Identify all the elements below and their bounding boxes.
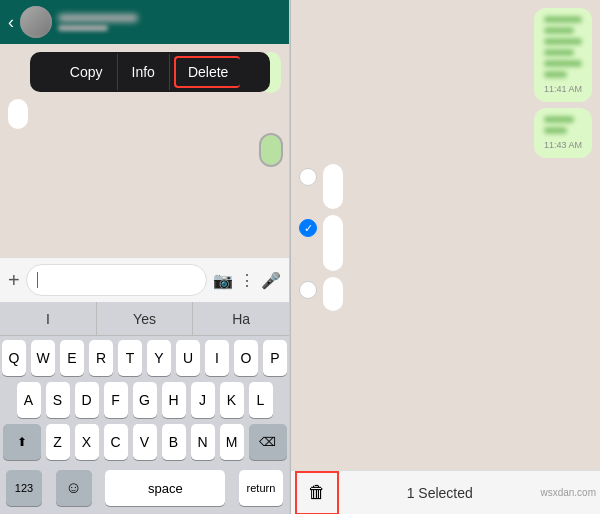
copy-button[interactable]: Copy (56, 54, 118, 90)
key-row-3: ⬆ Z X C V B N M ⌫ (3, 424, 286, 460)
chat-header: ‹ (0, 0, 289, 44)
sent-bubble-2: 11:43 AM (534, 108, 592, 158)
watermark: wsxdan.com (540, 487, 600, 498)
key-f[interactable]: F (104, 382, 128, 418)
key-e[interactable]: E (60, 340, 84, 376)
key-v[interactable]: V (133, 424, 157, 460)
message-checkbox-1[interactable] (299, 168, 317, 186)
received-bubble-2 (323, 215, 343, 271)
sent-message-row-2: 11:43 AM (299, 108, 592, 158)
key-b[interactable]: B (162, 424, 186, 460)
key-n[interactable]: N (191, 424, 215, 460)
suggestion-ha[interactable]: Ha (193, 302, 289, 335)
contact-name (58, 14, 138, 22)
message-input[interactable] (26, 264, 207, 296)
input-area: + 📷 ⋮ 🎤 (0, 257, 289, 302)
left-arrow-icon[interactable]: ◄ (30, 64, 56, 80)
key-s[interactable]: S (46, 382, 70, 418)
key-row-2: A S D F G H J K L (3, 382, 286, 418)
received-bubble-3 (323, 277, 343, 311)
keyboard-rows: Q W E R T Y U I O P A S D F G (0, 336, 289, 514)
sent-bubble: 11:41 AM (534, 8, 592, 102)
left-panel: ‹ ◄ Copy Info Delete ► (0, 0, 290, 514)
message-time-2: 11:43 AM (544, 140, 582, 150)
key-h[interactable]: H (162, 382, 186, 418)
selected-message-bubble (261, 135, 281, 165)
delete-key[interactable]: ⌫ (249, 424, 287, 460)
key-c[interactable]: C (104, 424, 128, 460)
trash-button[interactable]: 🗑 (295, 471, 339, 515)
action-bar: 🗑 1 Selected wsxdan.com (291, 470, 600, 514)
space-key[interactable]: space (105, 470, 225, 506)
main-content: ‹ ◄ Copy Info Delete ► (0, 0, 600, 514)
avatar (20, 6, 52, 38)
info-button[interactable]: Info (118, 54, 170, 90)
key-i[interactable]: I (205, 340, 229, 376)
right-messages: 11:41 AM 11:43 AM (291, 0, 600, 470)
sent-message-row: 11:41 AM (299, 8, 592, 102)
received-message-row-2: ✓ (299, 215, 592, 271)
key-x[interactable]: X (75, 424, 99, 460)
context-menu: ◄ Copy Info Delete ► (30, 52, 270, 92)
received-message-row-3 (299, 277, 592, 311)
key-y[interactable]: Y (147, 340, 171, 376)
back-icon[interactable]: ‹ (8, 12, 14, 33)
input-icons: 📷 ⋮ 🎤 (213, 271, 281, 290)
keyboard-bottom-row: 123 ☺ space return (3, 466, 286, 510)
key-row-1: Q W E R T Y U I O P (3, 340, 286, 376)
checkmark-icon: ✓ (304, 222, 313, 235)
key-g[interactable]: G (133, 382, 157, 418)
key-o[interactable]: O (234, 340, 258, 376)
message-checkbox-2[interactable]: ✓ (299, 219, 317, 237)
keyboard: I Yes Ha Q W E R T Y U I O P (0, 302, 289, 514)
right-panel: 11:41 AM 11:43 AM (291, 0, 600, 514)
dots-icon[interactable]: ⋮ (239, 271, 255, 290)
key-q[interactable]: Q (2, 340, 26, 376)
contact-status (58, 25, 108, 31)
key-r[interactable]: R (89, 340, 113, 376)
shift-key[interactable]: ⬆ (3, 424, 41, 460)
key-a[interactable]: A (17, 382, 41, 418)
right-arrow-icon[interactable]: ► (244, 64, 270, 80)
key-d[interactable]: D (75, 382, 99, 418)
chat-header-info (58, 14, 281, 31)
cursor (37, 272, 38, 288)
message-checkbox-3[interactable] (299, 281, 317, 299)
key-j[interactable]: J (191, 382, 215, 418)
num-key[interactable]: 123 (6, 470, 42, 506)
suggestion-i[interactable]: I (0, 302, 97, 335)
received-message-row-1 (299, 164, 592, 209)
message-time: 11:41 AM (544, 84, 582, 94)
keyboard-suggestions: I Yes Ha (0, 302, 289, 336)
key-m[interactable]: M (220, 424, 244, 460)
mic-icon[interactable]: 🎤 (261, 271, 281, 290)
key-u[interactable]: U (176, 340, 200, 376)
message-bubble (8, 99, 28, 129)
key-l[interactable]: L (249, 382, 273, 418)
key-z[interactable]: Z (46, 424, 70, 460)
received-bubble-1 (323, 164, 343, 209)
camera-icon[interactable]: 📷 (213, 271, 233, 290)
key-t[interactable]: T (118, 340, 142, 376)
selected-count-label: 1 Selected (339, 485, 540, 501)
emoji-key[interactable]: ☺ (56, 470, 92, 506)
key-p[interactable]: P (263, 340, 287, 376)
key-k[interactable]: K (220, 382, 244, 418)
return-key[interactable]: return (239, 470, 283, 506)
add-attachment-icon[interactable]: + (8, 269, 20, 292)
suggestion-yes[interactable]: Yes (97, 302, 194, 335)
delete-button[interactable]: Delete (174, 56, 240, 88)
key-w[interactable]: W (31, 340, 55, 376)
